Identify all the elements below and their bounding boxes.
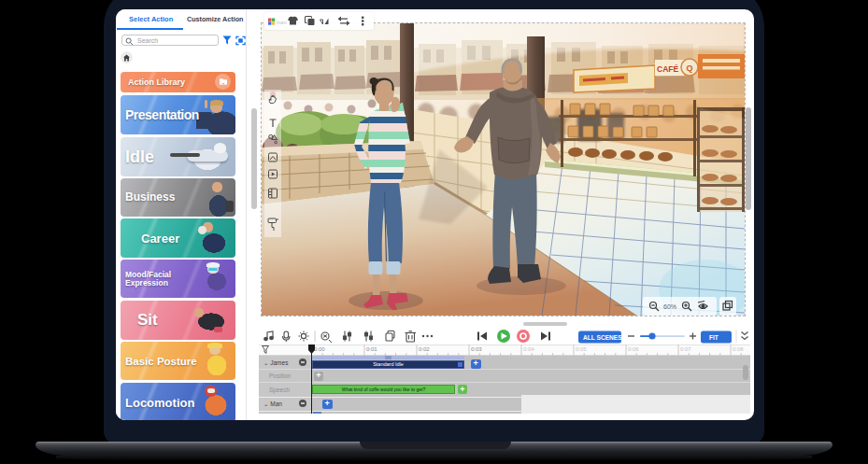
svg-text:0:01: 0:01 xyxy=(366,346,377,352)
svg-text:0:08: 0:08 xyxy=(733,346,744,352)
svg-text:0:05: 0:05 xyxy=(576,346,587,352)
svg-text:0:03: 0:03 xyxy=(471,346,482,352)
svg-text:0:06: 0:06 xyxy=(628,346,639,352)
svg-text:FIT: FIT xyxy=(709,334,719,341)
svg-text:60%: 60% xyxy=(663,303,676,310)
svg-text:0:02: 0:02 xyxy=(419,346,430,352)
svg-text:0:07: 0:07 xyxy=(680,346,691,352)
svg-text:CAFÉ: CAFÉ xyxy=(657,64,678,74)
svg-text:0:00: 0:00 xyxy=(314,346,325,352)
svg-text:0:04: 0:04 xyxy=(523,346,534,352)
svg-text:Q: Q xyxy=(687,63,693,73)
svg-text:ALL SCENES: ALL SCENES xyxy=(583,334,622,341)
svg-text:man: man xyxy=(277,20,287,25)
